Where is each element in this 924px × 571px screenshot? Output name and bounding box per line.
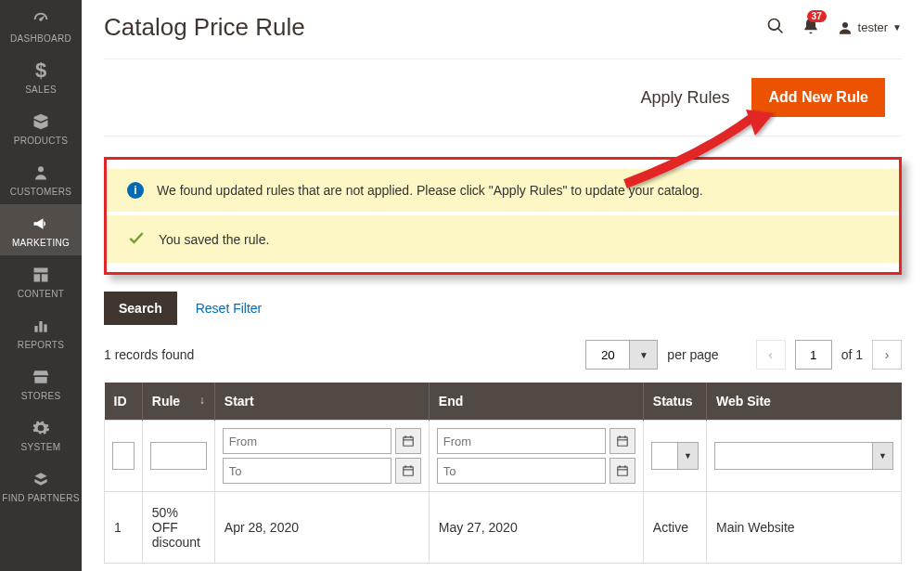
current-page-input[interactable] (795, 340, 832, 370)
sidebar-item-label: SYSTEM (21, 442, 61, 452)
sidebar-item-sales[interactable]: $ SALES (0, 51, 82, 102)
filter-start-to[interactable] (223, 458, 391, 484)
notification-count: 37 (807, 10, 827, 22)
notifications-button[interactable]: 37 (802, 17, 820, 38)
per-page-dropdown[interactable]: ▼ (630, 340, 658, 370)
per-page-label: per page (667, 347, 718, 362)
col-status[interactable]: Status (643, 383, 706, 421)
user-menu[interactable]: tester ▼ (837, 19, 902, 36)
filter-bar: Search Reset Filter (104, 292, 902, 325)
filter-id-input[interactable] (112, 442, 135, 470)
calendar-icon[interactable] (610, 428, 635, 454)
cell-status: Active (643, 492, 706, 564)
success-message: You saved the rule. (107, 215, 899, 263)
add-new-rule-button[interactable]: Add New Rule (751, 78, 885, 117)
page-total-label: of 1 (841, 347, 863, 362)
sidebar-item-reports[interactable]: REPORTS (0, 306, 82, 357)
svg-rect-20 (624, 465, 625, 468)
sidebar-item-system[interactable]: SYSTEM (0, 409, 82, 460)
search-button[interactable]: Search (104, 292, 177, 325)
filter-start-from[interactable] (223, 428, 391, 454)
svg-rect-19 (619, 465, 620, 468)
bar-chart-icon (32, 316, 50, 336)
svg-rect-1 (34, 326, 37, 332)
col-website[interactable]: Web Site (707, 383, 902, 421)
filter-rule-input[interactable] (150, 442, 207, 470)
svg-rect-14 (618, 437, 628, 446)
sidebar-item-marketing[interactable]: MARKETING (0, 204, 82, 255)
filter-end-from[interactable] (437, 428, 606, 454)
reset-filter-link[interactable]: Reset Filter (196, 301, 263, 316)
sidebar-item-partners[interactable]: FIND PARTNERS (0, 460, 82, 511)
filter-website-select[interactable] (714, 442, 873, 470)
user-icon (837, 19, 853, 36)
calendar-icon[interactable] (395, 428, 421, 454)
col-id[interactable]: ID (105, 383, 143, 421)
apply-rules-button[interactable]: Apply Rules (640, 88, 729, 108)
search-icon[interactable] (766, 17, 785, 38)
svg-rect-18 (618, 467, 628, 475)
sidebar-item-label: PRODUCTS (14, 136, 69, 146)
records-found-text: 1 records found (104, 347, 194, 362)
titlebar: Catalog Price Rule 37 tester ▼ (104, 13, 902, 42)
sidebar-item-stores[interactable]: STORES (0, 357, 82, 409)
sidebar-item-dashboard[interactable]: DASHBOARD (0, 0, 82, 51)
svg-rect-16 (624, 435, 625, 438)
megaphone-icon (32, 214, 50, 234)
chevron-down-icon[interactable]: ▼ (678, 442, 699, 470)
next-page-button[interactable]: › (872, 340, 902, 370)
box-icon (32, 111, 50, 132)
check-icon (127, 228, 146, 250)
sidebar: DASHBOARD $ SALES PRODUCTS CUSTOMERS MAR… (0, 0, 82, 571)
chevron-left-icon: ‹ (768, 347, 773, 362)
sidebar-item-label: MARKETING (12, 238, 70, 248)
calendar-icon[interactable] (610, 458, 635, 484)
paging-bar: 1 records found ▼ per page ‹ of 1 › (104, 340, 902, 370)
sidebar-item-label: DASHBOARD (10, 33, 71, 44)
storefront-icon (32, 367, 50, 387)
svg-rect-2 (39, 321, 42, 332)
svg-rect-12 (410, 465, 411, 468)
sort-indicator-icon: ↓ (199, 394, 205, 407)
gauge-icon (31, 9, 51, 30)
cell-id: 1 (105, 492, 143, 564)
cell-website: Main Website (707, 492, 902, 564)
paging-controls: ▼ per page ‹ of 1 › (585, 340, 902, 370)
svg-rect-11 (404, 465, 405, 468)
main-content: Catalog Price Rule 37 tester ▼ Apply Rul… (82, 0, 924, 571)
svg-rect-3 (44, 324, 46, 331)
per-page-input[interactable] (585, 340, 630, 370)
calendar-icon[interactable] (395, 458, 421, 484)
dollar-icon: $ (35, 60, 46, 81)
actionbar: Apply Rules Add New Rule (104, 58, 902, 136)
table-filter-row: ▼ ▼ (105, 421, 902, 492)
info-message: i We found updated rules that are not ap… (107, 169, 899, 212)
page-title: Catalog Price Rule (104, 13, 305, 42)
col-start[interactable]: Start (214, 383, 429, 421)
prev-page-button[interactable]: ‹ (756, 340, 786, 370)
partners-icon (32, 469, 50, 489)
gear-icon (32, 418, 50, 438)
success-message-text: You saved the rule. (159, 232, 269, 247)
cell-rule: 50% OFF discount (142, 492, 214, 564)
col-end[interactable]: End (429, 383, 643, 421)
layout-icon (32, 265, 50, 285)
table-row[interactable]: 1 50% OFF discount Apr 28, 2020 May 27, … (105, 492, 902, 564)
svg-rect-6 (404, 437, 414, 446)
svg-rect-10 (404, 467, 414, 475)
col-rule[interactable]: Rule↓ (142, 383, 214, 421)
svg-point-0 (38, 166, 44, 172)
messages-panel: i We found updated rules that are not ap… (104, 157, 902, 275)
sidebar-item-customers[interactable]: CUSTOMERS (0, 153, 82, 204)
filter-status-select[interactable] (651, 442, 678, 470)
filter-end-to[interactable] (437, 458, 606, 484)
sidebar-item-content[interactable]: CONTENT (0, 255, 82, 306)
sidebar-item-label: CUSTOMERS (10, 187, 71, 197)
chevron-down-icon: ▼ (892, 22, 902, 32)
chevron-down-icon[interactable]: ▼ (873, 442, 893, 470)
rules-table: ID Rule↓ Start End Status Web Site (104, 383, 902, 564)
info-icon: i (127, 182, 144, 199)
sidebar-item-label: SALES (25, 84, 57, 95)
person-icon (32, 162, 49, 183)
sidebar-item-products[interactable]: PRODUCTS (0, 102, 82, 153)
